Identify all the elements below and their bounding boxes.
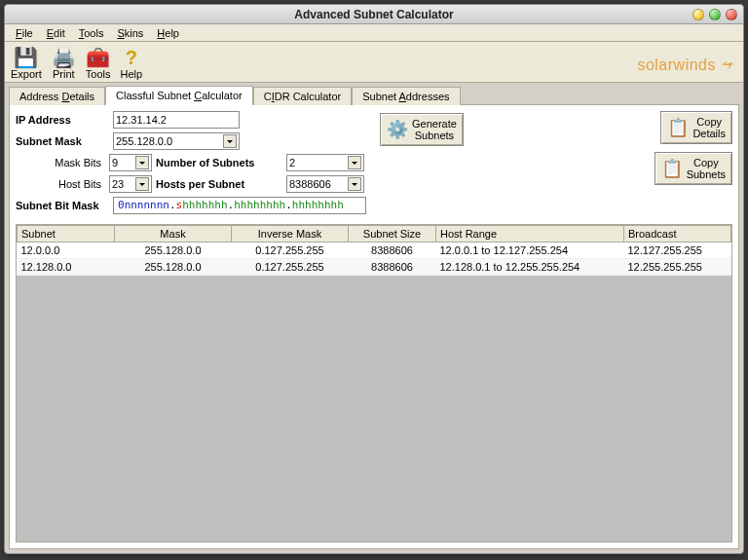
subnet-mask-select[interactable]: 255.128.0.0 <box>113 132 240 150</box>
subnet-table: Subnet Mask Inverse Mask Subnet Size Hos… <box>17 225 731 276</box>
copy-subnets-button[interactable]: 📋 Copy Subnets <box>654 152 732 185</box>
menu-file[interactable]: File <box>9 26 40 40</box>
hosts-per-subnet-select[interactable]: 8388606 <box>286 175 364 193</box>
close-button[interactable] <box>726 9 737 20</box>
menu-help[interactable]: Help <box>150 26 186 40</box>
tab-cidr-calculator[interactable]: CIDR Calculator <box>253 87 352 105</box>
tab-classful-subnet-calculator[interactable]: Classful Subnet Calculator <box>105 86 253 105</box>
printer-icon: 🖨️ <box>52 48 76 67</box>
tabstrip: Address Details Classful Subnet Calculat… <box>5 83 743 104</box>
col-broadcast[interactable]: Broadcast <box>624 226 731 243</box>
col-subnet-size[interactable]: Subnet Size <box>349 226 436 243</box>
label-number-of-subnets: Number of Subnets <box>156 157 282 168</box>
menubar: File Edit Tools Skins Help <box>5 24 743 42</box>
brand-icon <box>720 56 737 74</box>
label-subnet-mask: Subnet Mask <box>16 135 109 147</box>
col-mask[interactable]: Mask <box>115 226 232 243</box>
number-of-subnets-select[interactable]: 2 <box>286 154 364 171</box>
menu-edit[interactable]: Edit <box>40 26 72 40</box>
export-button[interactable]: 💾 Export <box>11 48 42 80</box>
chevron-down-icon <box>223 134 237 148</box>
maximize-button[interactable] <box>709 9 721 20</box>
disk-icon: 💾 <box>14 48 38 67</box>
tab-address-details[interactable]: Address Details <box>9 87 105 105</box>
content-area: IP Address Subnet Mask 255.128.0.0 Mask … <box>9 104 739 549</box>
app-window: Advanced Subnet Calculator File Edit Too… <box>4 4 744 554</box>
window-title: Advanced Subnet Calculator <box>5 8 743 21</box>
chevron-down-icon <box>135 177 149 191</box>
label-host-bits: Host Bits <box>16 178 105 190</box>
help-button[interactable]: ? Help <box>120 48 142 80</box>
gears-icon: ⚙️ <box>387 119 408 140</box>
host-bits-select[interactable]: 23 <box>109 175 152 193</box>
menu-tools[interactable]: Tools <box>72 26 111 40</box>
generate-subnets-button[interactable]: ⚙️ Generate Subnets <box>380 113 464 146</box>
label-mask-bits: Mask Bits <box>16 157 105 168</box>
col-inverse-mask[interactable]: Inverse Mask <box>232 226 349 243</box>
label-hosts-per-subnet: Hosts per Subnet <box>156 178 282 190</box>
toolbox-icon: 🧰 <box>86 48 110 67</box>
col-subnet[interactable]: Subnet <box>18 226 115 243</box>
table-empty-area <box>17 276 731 541</box>
label-subnet-bit-mask: Subnet Bit Mask <box>16 200 109 211</box>
toolbar: 💾 Export 🖨️ Print 🧰 Tools ? Help solarwi… <box>5 42 743 83</box>
tools-button[interactable]: 🧰 Tools <box>86 48 111 80</box>
menu-skins[interactable]: Skins <box>110 26 150 40</box>
ip-address-input[interactable] <box>113 111 240 129</box>
table-row[interactable]: 12.128.0.0 255.128.0.0 0.127.255.255 838… <box>18 259 731 276</box>
clipboard-icon: 📋 <box>667 117 689 138</box>
table-row[interactable]: 12.0.0.0 255.128.0.0 0.127.255.255 83886… <box>18 243 731 259</box>
titlebar: Advanced Subnet Calculator <box>5 5 743 24</box>
label-ip-address: IP Address <box>16 114 109 126</box>
subnet-table-container: Subnet Mask Inverse Mask Subnet Size Hos… <box>16 224 732 542</box>
tab-subnet-addresses[interactable]: Subnet Addresses <box>352 87 460 105</box>
chevron-down-icon <box>348 177 361 191</box>
chevron-down-icon <box>348 156 361 169</box>
brand-logo: solarwinds <box>637 56 737 80</box>
chevron-down-icon <box>135 156 149 169</box>
mask-bits-select[interactable]: 9 <box>109 154 152 171</box>
copy-details-button[interactable]: 📋 Copy Details <box>660 111 732 144</box>
col-host-range[interactable]: Host Range <box>436 226 624 243</box>
question-icon: ? <box>126 48 137 67</box>
print-button[interactable]: 🖨️ Print <box>52 48 76 80</box>
clipboard-icon: 📋 <box>661 158 683 179</box>
subnet-bit-mask-display: 0nnnnnnn.shhhhhhh.hhhhhhhh.hhhhhhhh <box>113 197 366 214</box>
minimize-button[interactable] <box>692 9 704 20</box>
